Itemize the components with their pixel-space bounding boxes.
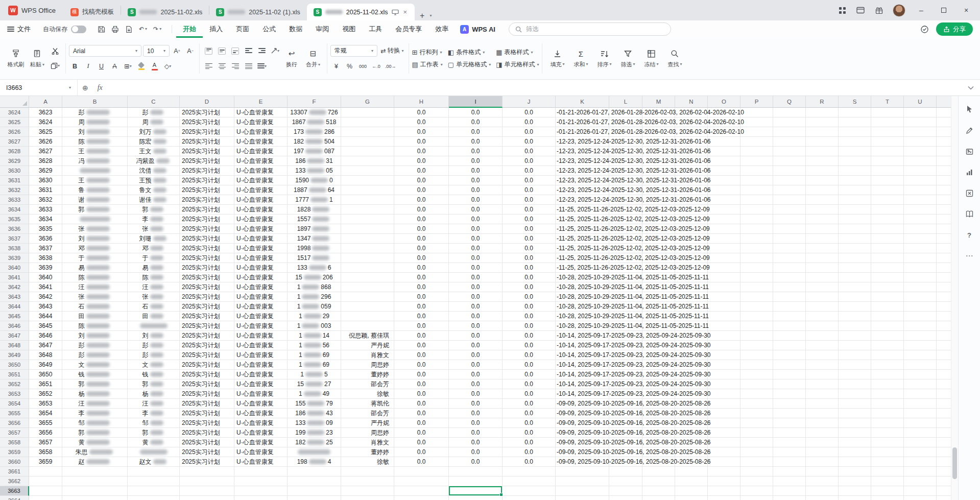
cell[interactable] xyxy=(609,486,642,496)
cell[interactable] xyxy=(708,156,740,166)
cell[interactable]: U·心血管康复 xyxy=(234,409,288,418)
cell[interactable] xyxy=(871,302,904,312)
cell[interactable]: 彭 xyxy=(128,350,180,360)
cell[interactable]: 0.0 xyxy=(394,117,449,127)
cell[interactable]: 蒋凯伦 xyxy=(341,399,394,409)
window-layout-icon[interactable] xyxy=(856,6,865,15)
ribbon-tab-data[interactable]: 数据 xyxy=(282,20,309,38)
cell[interactable] xyxy=(62,467,128,477)
cell[interactable]: U·心血管康复 xyxy=(234,292,288,302)
row-header-3632[interactable]: 3632 xyxy=(0,185,29,195)
cell[interactable] xyxy=(871,418,904,428)
cell[interactable] xyxy=(806,117,839,127)
cell[interactable] xyxy=(341,205,394,215)
cell[interactable] xyxy=(62,496,128,500)
cell[interactable]: U·心血管康复 xyxy=(234,273,288,282)
cell[interactable]: 张 xyxy=(62,292,128,302)
cell[interactable]: 2025实习计划 xyxy=(180,360,234,370)
cell[interactable]: 张 xyxy=(128,292,180,302)
cell[interactable] xyxy=(128,447,180,457)
cell[interactable] xyxy=(871,108,904,117)
cell[interactable] xyxy=(773,379,806,389)
cell[interactable] xyxy=(708,244,740,253)
cell[interactable] xyxy=(556,467,609,477)
cell[interactable]: 0.0 xyxy=(394,418,449,428)
cell[interactable] xyxy=(904,457,937,467)
cell[interactable]: 15206 xyxy=(288,273,341,282)
cell[interactable] xyxy=(904,399,937,409)
cell[interactable]: -09-09, 2025-09-10-2025-09-16, 2025-08-2… xyxy=(556,428,609,438)
cell[interactable]: 于 xyxy=(128,253,180,263)
cell[interactable]: -10-14, 2025-09-17-2025-09-23, 2025-09-2… xyxy=(556,370,609,379)
cell[interactable]: 3632 xyxy=(29,195,62,205)
cell[interactable]: 2025实习计划 xyxy=(180,418,234,428)
cell[interactable] xyxy=(839,273,871,282)
format-painter-button[interactable]: 格式刷 xyxy=(5,40,27,77)
cell[interactable]: 0.0 xyxy=(394,428,449,438)
cell[interactable]: 3635 xyxy=(29,224,62,234)
cell[interactable]: 2025实习计划 xyxy=(180,409,234,418)
cell[interactable]: 2025实习计划 xyxy=(180,224,234,234)
cell[interactable]: 0.0 xyxy=(503,312,556,321)
cell[interactable] xyxy=(839,292,871,302)
row-header-3628[interactable]: 3628 xyxy=(0,147,29,156)
cell[interactable]: U·心血管康复 xyxy=(234,418,288,428)
cell[interactable]: -12-23, 2025-12-24-2025-12-30, 2025-12-3… xyxy=(556,195,609,205)
cell[interactable]: 2025实习计划 xyxy=(180,156,234,166)
cell[interactable] xyxy=(708,457,740,467)
cell[interactable] xyxy=(773,477,806,486)
row-header-3661[interactable]: 3661 xyxy=(0,467,29,477)
cell[interactable] xyxy=(773,360,806,370)
row-header-3644[interactable]: 3644 xyxy=(0,302,29,312)
cell[interactable]: 陈 xyxy=(62,321,128,331)
cell[interactable]: 王 xyxy=(62,176,128,185)
cell[interactable] xyxy=(708,409,740,418)
scrollbar-thumb[interactable] xyxy=(952,447,957,479)
reader-mode-icon[interactable] xyxy=(964,209,974,219)
cell[interactable] xyxy=(708,282,740,292)
cell[interactable] xyxy=(773,467,806,477)
cell[interactable]: 0.0 xyxy=(394,292,449,302)
name-box[interactable]: I3663 ▾ xyxy=(0,80,78,96)
cell[interactable]: U·心血管康复 xyxy=(234,234,288,244)
cell[interactable]: 2025实习计划 xyxy=(180,234,234,244)
cell[interactable]: 0.0 xyxy=(394,399,449,409)
cell[interactable] xyxy=(708,147,740,156)
cell[interactable] xyxy=(904,108,937,117)
cell[interactable]: 2025实习计划 xyxy=(180,370,234,379)
cell[interactable]: U·心血管康复 xyxy=(234,282,288,292)
cell[interactable]: 2025实习计划 xyxy=(180,137,234,147)
cell[interactable] xyxy=(904,486,937,496)
cell[interactable] xyxy=(708,496,740,500)
cell[interactable]: 3641 xyxy=(29,282,62,292)
cell[interactable] xyxy=(234,477,288,486)
cell[interactable]: 郭 xyxy=(62,379,128,389)
row-header-3640[interactable]: 3640 xyxy=(0,263,29,273)
cell[interactable] xyxy=(708,312,740,321)
cell[interactable] xyxy=(839,185,871,195)
cell[interactable] xyxy=(806,147,839,156)
undo-icon[interactable]: ↶▾ xyxy=(139,26,147,33)
cell[interactable]: 3639 xyxy=(29,263,62,273)
cell[interactable]: 刘珊 xyxy=(128,234,180,244)
cell[interactable]: 0.0 xyxy=(449,399,503,409)
cell[interactable] xyxy=(288,496,341,500)
cell[interactable] xyxy=(871,399,904,409)
cell[interactable]: 赵 xyxy=(62,457,128,467)
cell[interactable] xyxy=(740,457,773,467)
cell[interactable]: 0.0 xyxy=(394,302,449,312)
cell[interactable]: 0.0 xyxy=(394,137,449,147)
cell[interactable] xyxy=(740,147,773,156)
cell[interactable]: 197087 xyxy=(288,147,341,156)
font-color-button[interactable]: A xyxy=(149,60,160,72)
cell[interactable] xyxy=(806,156,839,166)
row-header-3642[interactable]: 3642 xyxy=(0,282,29,292)
cell[interactable] xyxy=(708,370,740,379)
cell[interactable] xyxy=(234,486,288,496)
cell[interactable] xyxy=(708,331,740,341)
column-header-P[interactable]: P xyxy=(740,96,773,108)
cell[interactable]: 汪 xyxy=(128,282,180,292)
cell[interactable] xyxy=(806,195,839,205)
cell[interactable]: 0.0 xyxy=(394,176,449,185)
cell[interactable]: 2025实习计划 xyxy=(180,195,234,205)
